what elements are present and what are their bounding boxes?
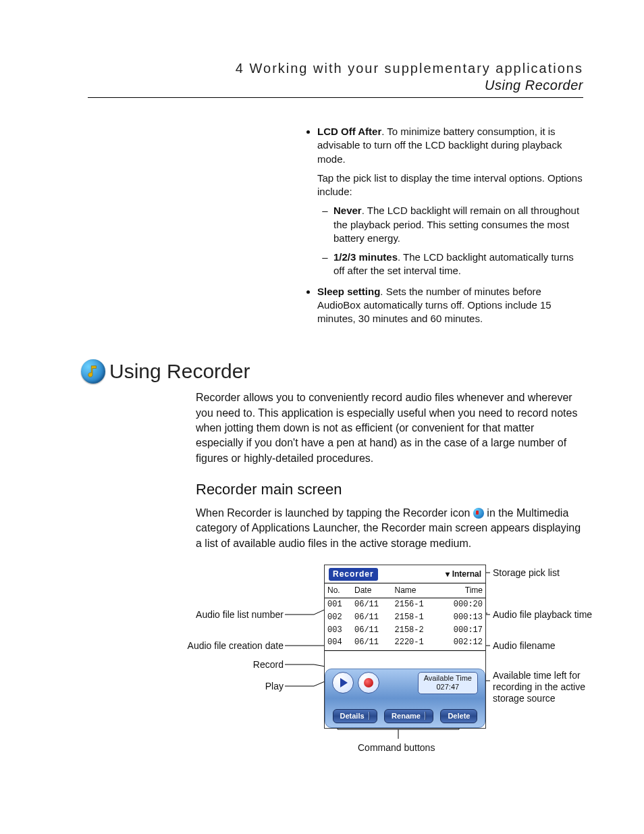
play-button[interactable] [332,672,354,694]
rename-button[interactable]: Rename [384,709,433,723]
storage-picklist[interactable]: ▾ Internal [446,569,481,580]
col-time: Time [439,583,485,598]
callout-filename: Audio filename [493,640,556,652]
never-item: Never. The LCD backlight will remain on … [333,204,583,245]
lcd-off-title: LCD Off After [317,126,381,137]
col-date: Date [352,583,392,598]
details-button[interactable]: Details [333,709,377,723]
chapter-title: 4 Working with your supplementary applic… [88,61,583,76]
lcd-off-item: LCD Off After. To minimize battery consu… [317,125,583,278]
callout-play: Play [265,681,284,692]
body-text: Recorder allows you to conveniently reco… [196,390,583,767]
file-table: No. Date Name Time 001 06/11 2156-1 000:… [325,583,485,651]
storage-picklist-value: Internal [452,569,481,580]
header-rule [88,97,583,98]
table-row[interactable]: 003 06/11 2158-2 000:17 [325,624,485,637]
table-row[interactable]: 001 06/11 2156-1 000:20 [325,598,485,610]
callout-file-number: Audio file list number [196,609,284,621]
table-row[interactable]: 002 06/11 2158-1 000:13 [325,611,485,624]
available-time-value: 027:47 [424,683,472,692]
table-row[interactable]: 004 06/11 2220-1 002:12 [325,636,485,650]
controls-panel: Available Time 027:47 Details Rename Del… [325,669,485,728]
main-screen-paragraph: When Recorder is launched by tapping the… [196,506,583,551]
recorder-titlebar: Recorder ▾ Internal [325,565,485,583]
music-note-icon [81,359,105,384]
never-title: Never [333,205,362,216]
callout-record: Record [253,659,284,671]
play-icon [340,678,348,687]
delete-button[interactable]: Delete [440,709,477,723]
header-subtitle: Using Recorder [88,78,583,93]
minutes-item: 1/2/3 minutes. The LCD backlight automat… [333,251,583,278]
recorder-inline-icon [473,508,484,519]
recorder-app-label: Recorder [329,568,378,581]
record-icon [364,678,373,687]
lcd-off-sub: Tap the pick list to display the time in… [317,172,583,199]
col-no: No. [325,583,352,598]
never-desc: . The LCD backlight will remain on all t… [333,205,579,244]
document-page: 4 Working with your supplementary applic… [0,0,644,834]
minutes-title: 1/2/3 minutes [333,251,398,263]
recorder-diagram: Audio file list number Audio file creati… [196,565,583,767]
section-title-row: Using Recorder [81,359,583,384]
available-time-box: Available Time 027:47 [418,672,478,694]
callout-command-buttons: Command buttons [358,741,435,755]
section-title: Using Recorder [109,360,250,383]
lcd-sleep-block: LCD Off After. To minimize battery consu… [304,125,583,325]
p2-part-a: When Recorder is launched by tapping the… [196,507,473,519]
dropdown-arrow-icon: ▾ [446,569,450,580]
callout-available-time: Available time left for recording in the… [493,670,608,704]
callout-storage-pick: Storage pick list [493,567,560,579]
sleep-item: Sleep setting. Sets the number of minute… [317,285,583,326]
sleep-title: Sleep setting [317,286,380,297]
record-button[interactable] [358,672,379,694]
available-time-label: Available Time [424,674,472,683]
callout-creation-date: Audio file creation date [188,640,284,652]
intro-paragraph: Recorder allows you to conveniently reco… [196,390,583,466]
page-header: 4 Working with your supplementary applic… [88,61,583,93]
callout-playback-time: Audio file playback time [493,609,592,621]
recorder-app-window: Recorder ▾ Internal No. Date Name Time [324,565,486,729]
subsection-title: Recorder main screen [196,479,583,500]
col-name: Name [392,583,439,598]
